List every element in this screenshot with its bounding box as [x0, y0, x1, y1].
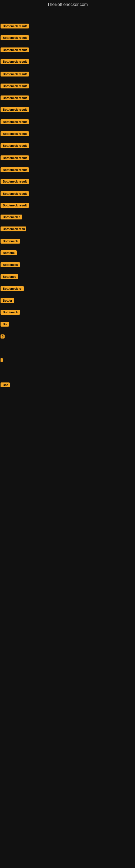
- bottleneck-badge-3: Bottleneck result: [1, 48, 29, 52]
- bottleneck-badge-14: Bottleneck result: [1, 179, 29, 184]
- bottleneck-badge-row-2[interactable]: Bottleneck result: [1, 35, 29, 41]
- bottleneck-badge-7: Bottleneck result: [1, 95, 29, 100]
- bottleneck-badge-row-6[interactable]: Bottleneck result: [1, 84, 29, 90]
- bottleneck-badge-27: B: [1, 335, 5, 339]
- bottleneck-badge-row-5[interactable]: Bottleneck result: [1, 72, 29, 78]
- bottleneck-badge-5: Bottleneck result: [1, 72, 29, 76]
- bottleneck-badge-23: Bottleneck re: [1, 286, 24, 291]
- bottleneck-badge-22: Bottlenec: [1, 274, 18, 279]
- bottleneck-badge-row-13[interactable]: Bottleneck result: [1, 167, 29, 173]
- bottleneck-badge-row-9[interactable]: Bottleneck result: [1, 119, 29, 125]
- bottleneck-badge-row-15[interactable]: Bottleneck result: [1, 191, 29, 197]
- bottleneck-badge-16: Bottleneck result: [1, 203, 29, 208]
- bottleneck-badge-row-7[interactable]: Bottleneck result: [1, 95, 29, 101]
- bottleneck-badge-4: Bottleneck result: [1, 59, 29, 64]
- bottleneck-badge-row-28[interactable]: |: [1, 358, 3, 363]
- bottleneck-badge-6: Bottleneck result: [1, 84, 29, 88]
- bottleneck-badge-12: Bottleneck result: [1, 155, 29, 160]
- bottleneck-badge-row-25[interactable]: Bottleneck: [1, 310, 20, 316]
- bottleneck-badge-row-16[interactable]: Bottleneck result: [1, 203, 29, 209]
- bottleneck-badge-11: Bottleneck result: [1, 143, 29, 148]
- bottleneck-badge-row-20[interactable]: Bottlene: [1, 250, 17, 256]
- bottleneck-badge-row-21[interactable]: Bottleneck: [1, 262, 20, 268]
- bottleneck-badge-row-23[interactable]: Bottleneck re: [1, 286, 24, 292]
- bottleneck-badge-18: Bottleneck resu: [1, 226, 26, 231]
- bottleneck-badge-row-26[interactable]: Bo: [1, 322, 9, 328]
- bottleneck-badge-29: Bot: [1, 382, 10, 388]
- bottleneck-badge-row-24[interactable]: Bottler: [1, 298, 14, 304]
- site-title: TheBottlenecker.com: [0, 0, 135, 8]
- bottleneck-badge-26: Bo: [1, 322, 9, 327]
- bottleneck-badge-17: Bottleneck r: [1, 215, 22, 219]
- bottleneck-badge-row-3[interactable]: Bottleneck result: [1, 48, 29, 54]
- bottleneck-badge-28: |: [1, 358, 3, 362]
- bottleneck-badge-row-19[interactable]: Bottleneck: [1, 239, 20, 245]
- bottleneck-badge-row-29[interactable]: Bot: [1, 382, 10, 389]
- bottleneck-badge-row-8[interactable]: Bottleneck result: [1, 107, 29, 113]
- bottleneck-badge-8: Bottleneck result: [1, 107, 29, 112]
- bottleneck-badge-9: Bottleneck result: [1, 119, 29, 124]
- bottleneck-badge-21: Bottleneck: [1, 262, 20, 267]
- bottleneck-badge-24: Bottler: [1, 298, 14, 303]
- bottleneck-badge-row-11[interactable]: Bottleneck result: [1, 143, 29, 149]
- bottleneck-badge-row-10[interactable]: Bottleneck result: [1, 131, 29, 137]
- bottleneck-badge-10: Bottleneck result: [1, 131, 29, 136]
- bottleneck-badge-row-12[interactable]: Bottleneck result: [1, 155, 29, 161]
- bottleneck-badge-2: Bottleneck result: [1, 35, 29, 40]
- vertical-line-indicator: [3, 355, 3, 364]
- bottleneck-badge-row-27[interactable]: B: [1, 335, 5, 340]
- bottleneck-badge-row-4[interactable]: Bottleneck result: [1, 59, 29, 65]
- bottleneck-badge-row-1[interactable]: Bottleneck result: [1, 24, 29, 30]
- bottleneck-badge-row-14[interactable]: Bottleneck result: [1, 179, 29, 185]
- bottleneck-badge-13: Bottleneck result: [1, 167, 29, 172]
- bottleneck-badge-19: Bottleneck: [1, 239, 20, 244]
- bottleneck-badge-20: Bottlene: [1, 250, 17, 255]
- bottleneck-badge-row-22[interactable]: Bottlenec: [1, 274, 18, 280]
- bottleneck-badge-1: Bottleneck result: [1, 24, 29, 29]
- bottleneck-badge-25: Bottleneck: [1, 310, 20, 315]
- bottleneck-badge-row-17[interactable]: Bottleneck r: [1, 215, 22, 220]
- bottleneck-badge-row-18[interactable]: Bottleneck resu: [1, 226, 26, 232]
- bottleneck-badge-15: Bottleneck result: [1, 191, 29, 196]
